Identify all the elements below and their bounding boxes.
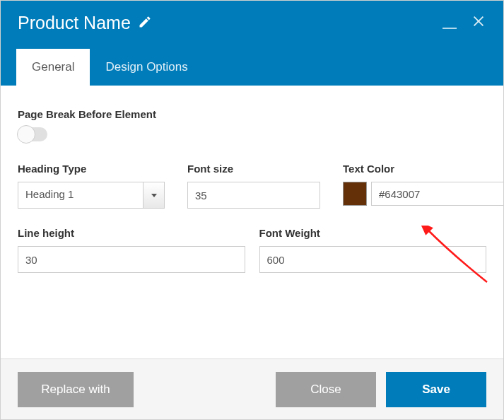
heading-type-select[interactable]: Heading 1 <box>18 182 165 209</box>
footer-left: Replace with <box>18 372 134 407</box>
row-typography: Heading Type Heading 1 Font size Text Co… <box>18 163 486 209</box>
line-height-label: Line height <box>18 227 245 239</box>
field-font-size: Font size <box>187 163 320 209</box>
field-heading-type: Heading Type Heading 1 <box>18 163 165 209</box>
footer-right: Close Save <box>276 372 486 407</box>
heading-type-label: Heading Type <box>18 163 165 175</box>
tab-design-options[interactable]: Design Options <box>90 49 203 86</box>
close-button[interactable]: Close <box>276 372 376 407</box>
close-icon[interactable] <box>471 13 486 32</box>
field-font-weight: Font Weight <box>259 227 487 273</box>
page-break-label: Page Break Before Element <box>18 108 486 120</box>
field-line-height: Line height <box>18 227 245 273</box>
font-weight-label: Font Weight <box>259 227 487 239</box>
font-size-label: Font size <box>187 163 320 175</box>
dialog-header: Product Name <box>1 1 503 45</box>
field-page-break: Page Break Before Element <box>18 108 486 141</box>
dialog-footer: Replace with Close Save <box>1 358 503 419</box>
minimize-icon[interactable] <box>443 28 457 29</box>
font-size-input[interactable] <box>187 182 320 209</box>
save-button[interactable]: Save <box>386 372 486 407</box>
font-weight-input[interactable] <box>259 246 487 273</box>
text-color-input[interactable] <box>371 182 503 206</box>
chevron-down-icon <box>143 182 165 209</box>
header-actions <box>443 13 486 32</box>
dialog-title-wrap: Product Name <box>18 13 152 33</box>
field-text-color: Text Color <box>343 163 503 209</box>
tab-content: Page Break Before Element Heading Type H… <box>1 86 503 334</box>
page-break-toggle[interactable] <box>18 127 47 141</box>
text-color-label: Text Color <box>343 163 503 175</box>
pencil-icon[interactable] <box>138 13 152 33</box>
tab-bar: General Design Options <box>1 45 503 86</box>
dialog-title: Product Name <box>18 13 131 33</box>
color-swatch[interactable] <box>343 182 367 206</box>
tab-general[interactable]: General <box>16 49 90 86</box>
color-row <box>343 182 503 206</box>
heading-type-value: Heading 1 <box>18 182 143 209</box>
line-height-input[interactable] <box>18 246 245 273</box>
replace-with-button[interactable]: Replace with <box>18 372 134 407</box>
row-secondary: Line height Font Weight <box>18 227 486 273</box>
